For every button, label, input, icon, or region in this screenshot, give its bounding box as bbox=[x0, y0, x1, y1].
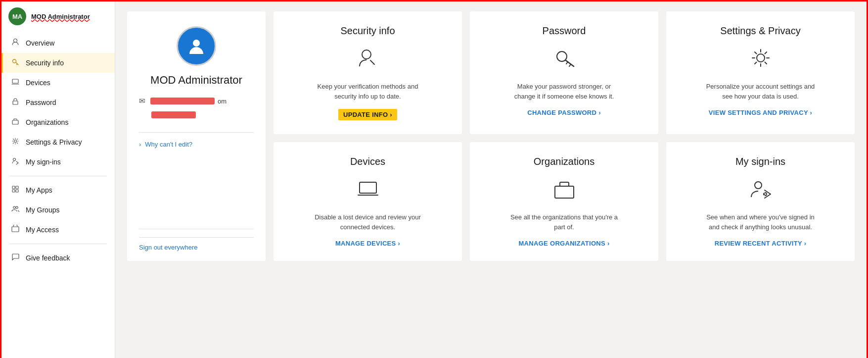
sidebar-item-overview[interactable]: Overview bbox=[1, 33, 115, 53]
card-title-my-sign-ins: My sign-ins bbox=[735, 156, 785, 167]
svg-point-18 bbox=[757, 54, 765, 62]
sidebar-item-devices[interactable]: Devices bbox=[1, 73, 115, 93]
settings-gear-icon bbox=[748, 46, 773, 74]
card-my-sign-ins: My sign-ins See when and where you've si… bbox=[666, 142, 855, 261]
svg-rect-8 bbox=[16, 186, 18, 189]
svg-rect-19 bbox=[360, 182, 376, 193]
why-edit-label: Why can't I edit? bbox=[145, 141, 192, 148]
sidebar-label-my-apps: My Apps bbox=[26, 186, 52, 194]
card-action-settings-privacy[interactable]: VIEW SETTINGS AND PRIVACY bbox=[709, 109, 812, 116]
why-edit-button[interactable]: › Why can't I edit? bbox=[139, 141, 194, 148]
card-title-devices: Devices bbox=[350, 156, 385, 167]
card-password: Password Make your password stronger, or… bbox=[470, 11, 658, 134]
avatar: MA bbox=[8, 7, 26, 25]
svg-point-16 bbox=[372, 64, 373, 65]
card-desc-organizations: See all the organizations that you're a … bbox=[510, 212, 619, 232]
card-title-password: Password bbox=[543, 25, 586, 37]
gear-icon bbox=[11, 137, 20, 147]
profile-email-field: ✉ om bbox=[139, 97, 254, 105]
lock-icon bbox=[11, 98, 20, 107]
sidebar-item-password[interactable]: Password bbox=[1, 93, 115, 112]
profile-name: MOD Administrator bbox=[139, 74, 254, 87]
svg-point-15 bbox=[362, 50, 371, 59]
phone-redacted-bar bbox=[151, 111, 196, 118]
sidebar-label-give-feedback: Give feedback bbox=[26, 254, 70, 262]
person-icon bbox=[11, 38, 20, 48]
card-organizations: Organizations See all the organizations … bbox=[470, 142, 658, 261]
card-title-organizations: Organizations bbox=[534, 156, 594, 167]
svg-rect-9 bbox=[12, 190, 15, 192]
sign-ins-icon bbox=[748, 176, 773, 205]
sidebar-item-my-access[interactable]: My Access bbox=[1, 220, 115, 240]
sidebar-item-my-sign-ins[interactable]: My sign-ins bbox=[1, 152, 115, 172]
sidebar-username: MOD Administrator bbox=[31, 13, 90, 20]
devices-laptop-icon bbox=[356, 176, 380, 205]
svg-point-6 bbox=[13, 158, 16, 161]
sidebar-label-my-sign-ins: My sign-ins bbox=[26, 158, 61, 166]
nav-divider-2 bbox=[9, 244, 107, 244]
svg-point-12 bbox=[16, 206, 18, 208]
profile-divider-2 bbox=[139, 229, 254, 229]
sidebar-label-security-info: Security info bbox=[26, 59, 64, 67]
sidebar-label-my-groups: My Groups bbox=[26, 206, 59, 214]
access-icon bbox=[11, 225, 20, 235]
card-title-settings-privacy: Settings & Privacy bbox=[720, 25, 800, 37]
svg-point-11 bbox=[13, 206, 15, 208]
profile-card: MOD Administrator ✉ om › bbox=[127, 11, 266, 261]
sign-out-everywhere-link[interactable]: Sign out everywhere bbox=[139, 237, 254, 251]
sidebar-item-settings-privacy[interactable]: Settings & Privacy bbox=[1, 132, 115, 152]
svg-rect-20 bbox=[555, 186, 574, 198]
card-settings-privacy: Settings & Privacy Personalize your acco… bbox=[666, 11, 855, 134]
card-security-info: Security info Keep your verification met… bbox=[274, 11, 462, 134]
card-desc-devices: Disable a lost device and review your co… bbox=[314, 212, 422, 232]
card-desc-settings-privacy: Personalize your account settings and se… bbox=[706, 82, 815, 101]
card-action-password[interactable]: CHANGE PASSWORD bbox=[527, 109, 601, 116]
card-action-my-sign-ins[interactable]: REVIEW RECENT ACTIVITY bbox=[715, 240, 807, 247]
sidebar-label-devices: Devices bbox=[26, 79, 50, 87]
sidebar-nav: Overview Security info bbox=[1, 31, 115, 270]
app-container: MA MOD Administrator Overview bbox=[1, 1, 867, 358]
laptop-icon bbox=[11, 78, 20, 88]
groups-icon bbox=[11, 205, 20, 215]
profile-footer: Sign out everywhere bbox=[139, 221, 254, 251]
svg-point-21 bbox=[755, 182, 762, 189]
card-desc-my-sign-ins: See when and where you've signed in and … bbox=[706, 212, 815, 232]
profile-phone-field bbox=[139, 111, 254, 118]
email-redacted-bar bbox=[150, 98, 215, 104]
card-desc-security-info: Keep your verification methods and secur… bbox=[314, 82, 422, 101]
cards-grid: MOD Administrator ✉ om › bbox=[127, 11, 855, 261]
card-action-security-info[interactable]: UPDATE INFO bbox=[338, 109, 397, 120]
svg-point-17 bbox=[557, 51, 567, 61]
sidebar-label-settings-privacy: Settings & Privacy bbox=[26, 138, 82, 146]
profile-divider-1 bbox=[139, 132, 254, 133]
nav-divider-1 bbox=[9, 176, 107, 176]
signins-icon bbox=[11, 157, 20, 167]
svg-rect-7 bbox=[12, 186, 15, 189]
key-icon bbox=[11, 58, 20, 68]
svg-rect-13 bbox=[12, 227, 19, 232]
card-action-organizations[interactable]: MANAGE ORGANIZATIONS bbox=[518, 240, 609, 247]
sidebar-label-overview: Overview bbox=[26, 39, 54, 47]
feedback-icon bbox=[11, 253, 20, 263]
organizations-briefcase-icon bbox=[552, 176, 577, 205]
sidebar-header[interactable]: MA MOD Administrator bbox=[1, 1, 115, 31]
svg-point-5 bbox=[14, 140, 17, 143]
sidebar-label-organizations: Organizations bbox=[26, 118, 68, 126]
security-info-icon bbox=[356, 46, 380, 74]
card-devices: Devices Disable a lost device and review… bbox=[274, 142, 462, 261]
svg-rect-3 bbox=[13, 101, 18, 104]
sidebar-item-give-feedback[interactable]: Give feedback bbox=[1, 248, 115, 268]
briefcase-icon bbox=[11, 117, 20, 127]
sidebar-item-my-apps[interactable]: My Apps bbox=[1, 180, 115, 200]
password-key-icon bbox=[552, 46, 577, 74]
sidebar-item-my-groups[interactable]: My Groups bbox=[1, 200, 115, 220]
card-desc-password: Make your password stronger, or change i… bbox=[510, 82, 619, 101]
email-suffix: om bbox=[218, 98, 227, 105]
sidebar-item-security-info[interactable]: Security info bbox=[1, 53, 115, 73]
email-icon: ✉ bbox=[139, 97, 145, 105]
apps-icon bbox=[11, 185, 20, 195]
sidebar-item-organizations[interactable]: Organizations bbox=[1, 112, 115, 132]
card-action-devices[interactable]: MANAGE DEVICES bbox=[335, 240, 400, 247]
profile-avatar bbox=[177, 26, 216, 66]
svg-rect-2 bbox=[12, 79, 18, 83]
